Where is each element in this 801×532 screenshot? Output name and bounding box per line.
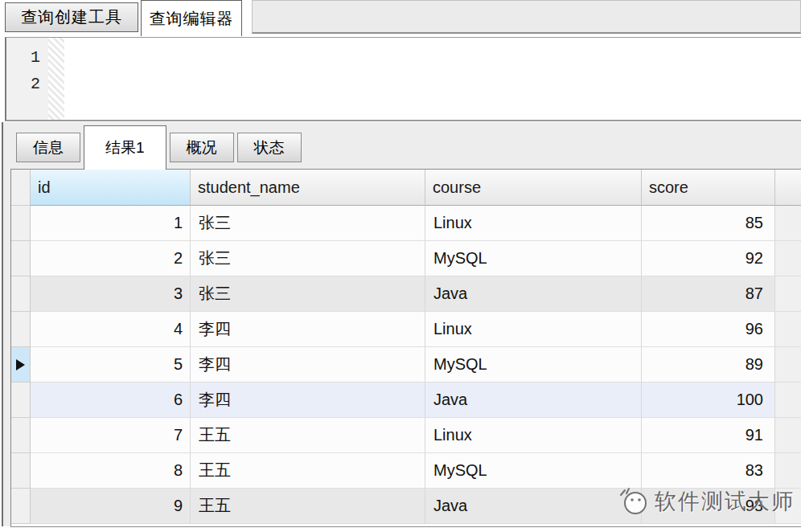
cell-course[interactable]: MySQL	[425, 347, 642, 383]
row-selector[interactable]	[11, 241, 31, 276]
cell-id[interactable]: 7	[31, 418, 191, 453]
table-row: 2 张三 MySQL 92	[11, 241, 801, 276]
cell-id[interactable]: 5	[31, 347, 191, 383]
cell-course[interactable]: MySQL	[425, 453, 642, 489]
result-grid: id student_name course score 1 张三 Linux …	[10, 169, 801, 527]
row-selector-current[interactable]	[11, 347, 31, 383]
column-header-filler	[775, 170, 801, 206]
column-header-course[interactable]: course	[425, 170, 642, 206]
row-selector[interactable]	[11, 276, 31, 312]
tab-query-editor[interactable]: 查询编辑器	[141, 0, 242, 36]
grid-header-row: id student_name course score	[11, 170, 801, 206]
line-number: 1	[6, 47, 40, 74]
cell-course[interactable]: MySQL	[425, 241, 642, 276]
row-filler	[775, 206, 801, 241]
row-selector[interactable]	[11, 418, 31, 453]
row-filler	[775, 347, 801, 383]
cell-id[interactable]: 4	[31, 312, 191, 347]
line-number-gutter: 1 2	[6, 38, 48, 120]
header-gutter-cell[interactable]	[11, 170, 31, 206]
table-row: 7 王五 Linux 91	[11, 418, 801, 453]
cell-student-name[interactable]: 王五	[191, 418, 425, 453]
cell-course[interactable]: Linux	[425, 418, 642, 453]
cell-score[interactable]: 100	[642, 383, 775, 418]
cell-student-name[interactable]: 张三	[191, 276, 425, 312]
watermark-text: 软件测试大师	[655, 487, 795, 516]
results-section: 信息 结果1 概况 状态 id student_name course scor…	[2, 122, 801, 526]
column-header-student-name[interactable]: student_name	[191, 170, 425, 206]
row-selector[interactable]	[11, 383, 31, 418]
row-filler	[775, 312, 801, 347]
row-selector[interactable]	[11, 489, 31, 524]
query-tabbar: 查询创建工具 查询编辑器	[0, 0, 801, 37]
result-tabbar: 信息 结果1 概况 状态	[3, 122, 801, 169]
tab-profile[interactable]: 概况	[170, 133, 234, 162]
row-selector[interactable]	[11, 206, 31, 241]
tab-info[interactable]: 信息	[16, 133, 80, 162]
tab-query-builder[interactable]: 查询创建工具	[5, 2, 138, 32]
current-row-arrow-icon	[16, 359, 25, 370]
tab-status[interactable]: 状态	[237, 133, 302, 162]
watermark: 软件测试大师	[618, 481, 787, 522]
cell-id[interactable]: 3	[31, 276, 191, 312]
cell-student-name[interactable]: 王五	[191, 489, 425, 524]
cell-course[interactable]: Java	[425, 489, 642, 524]
cell-course[interactable]: Java	[425, 276, 642, 312]
cell-score[interactable]: 91	[642, 418, 775, 453]
table-row: 3 张三 Java 87	[11, 276, 801, 312]
fold-margin	[48, 38, 64, 120]
cell-score[interactable]: 89	[642, 347, 775, 383]
row-selector[interactable]	[11, 453, 31, 489]
cell-score[interactable]: 87	[642, 276, 775, 312]
cell-id[interactable]: 8	[31, 453, 191, 489]
cell-id[interactable]: 6	[31, 383, 191, 418]
cell-student-name[interactable]: 张三	[191, 241, 425, 276]
table-row: 6 李四 Java 100	[11, 383, 801, 418]
cell-student-name[interactable]: 王五	[191, 453, 425, 489]
sql-editor[interactable]: 1 2 select * from tb_lemon_grade;	[5, 37, 801, 121]
tab-result-1[interactable]: 结果1	[84, 125, 166, 170]
cell-score[interactable]: 96	[642, 312, 775, 347]
cell-course[interactable]: Linux	[425, 312, 642, 347]
cell-id[interactable]: 2	[31, 241, 191, 276]
cell-student-name[interactable]: 李四	[191, 347, 425, 383]
tabbar-filler	[252, 0, 801, 34]
column-header-id[interactable]: id	[31, 170, 191, 206]
cell-student-name[interactable]: 张三	[191, 206, 425, 241]
table-row: 1 张三 Linux 85	[11, 206, 801, 241]
table-row: 4 李四 Linux 96	[11, 312, 801, 347]
cell-score[interactable]: 85	[642, 206, 775, 241]
code-area[interactable]: select * from tb_lemon_grade;	[64, 38, 801, 120]
row-filler	[775, 383, 801, 418]
code-line-1	[77, 84, 801, 111]
watermark-logo-icon	[618, 484, 650, 519]
row-filler	[775, 276, 801, 312]
table-row-current: 5 李四 MySQL 89	[11, 347, 801, 383]
cell-student-name[interactable]: 李四	[191, 312, 425, 347]
cell-id[interactable]: 9	[31, 489, 191, 524]
row-filler	[775, 241, 801, 276]
cell-score[interactable]: 92	[642, 241, 775, 276]
cell-course[interactable]: Linux	[425, 206, 642, 241]
column-header-score[interactable]: score	[642, 170, 775, 206]
cell-course[interactable]: Java	[425, 383, 642, 418]
row-filler	[775, 418, 801, 453]
row-selector[interactable]	[11, 312, 31, 347]
line-number: 2	[6, 74, 40, 100]
cell-student-name[interactable]: 李四	[191, 383, 425, 418]
cell-id[interactable]: 1	[31, 206, 191, 241]
